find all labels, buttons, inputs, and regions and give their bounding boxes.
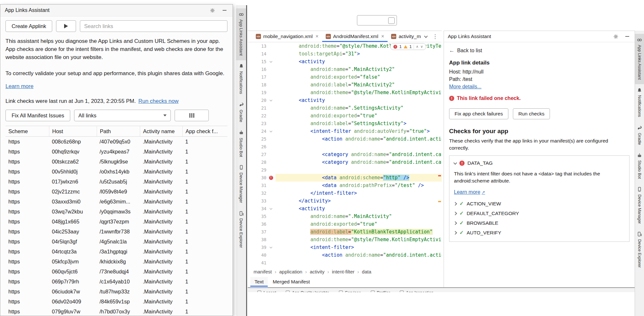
close-tab-icon[interactable]: × (381, 34, 384, 39)
table-row[interactable]: https008c6z68np/407e09q5x0.MainActivity1 (5, 137, 227, 147)
check-learn-more-link[interactable]: Learn more ↗ (454, 189, 485, 195)
table-row[interactable]: https02jv21zzmc/l059v8t4e9.MainActivity1 (5, 187, 227, 197)
column-header-activity-name[interactable]: Activity name (140, 126, 182, 136)
table-row[interactable]: https048jg1x665/qgrt37ezpm.MainActivity1 (5, 217, 227, 227)
tool-button-logcat[interactable]: Logcat (257, 288, 276, 292)
fold-icon[interactable] (270, 60, 272, 62)
editor-tab-activity-m[interactable]: </>activity_m (388, 31, 424, 42)
fold-icon[interactable] (270, 129, 272, 132)
column-header-path[interactable]: Path (97, 126, 140, 136)
gear-icon[interactable] (209, 7, 216, 14)
code-line-25[interactable]: 25 <action android:name="android.intent.… (248, 135, 442, 143)
table-row[interactable]: https06ciudok7w/tu87hwp33z.MainActivity1 (5, 287, 227, 297)
code-line-38[interactable]: 38 android:theme="@style/Theme.KotlinEmp… (248, 236, 442, 243)
learn-more-link[interactable]: Learn more (5, 83, 34, 89)
gutter-error-icon[interactable]: ! (269, 176, 273, 180)
table-row[interactable]: https017jwlxzn6/u5t2usab5j.MainActivity1 (5, 177, 227, 187)
table-row[interactable]: https00tskcza62/5lknugk9se.MainActivity1 (5, 157, 227, 167)
check-item-action-view[interactable]: ✓ACTION_VIEW (454, 201, 625, 207)
table-row[interactable]: https04rtcqtz3a/3a1hgptqgi.MainActivity1 (5, 247, 227, 257)
code-line-14[interactable]: 14 tools:targetApi="31"> (248, 50, 442, 58)
code-line-22[interactable]: 22 android:exported="true" (248, 112, 442, 120)
tool-window-tab-gradle[interactable]: Gradle (635, 122, 644, 150)
column-settings-button[interactable] (175, 110, 209, 121)
code-line-17[interactable]: 17 android:exported="false" (248, 73, 442, 81)
table-row[interactable]: https04ic253aay/1wwnfbr738.MainActivity1 (5, 227, 227, 237)
gear-icon[interactable] (612, 33, 619, 40)
code-line-37[interactable]: 37 android:label="KotlinBlankTestApplica… (248, 228, 442, 236)
table-row[interactable]: https06dv02o409/84k659v1sp.MainActivity1 (5, 297, 227, 307)
tool-window-tab-notifications[interactable]: Notifications (635, 84, 644, 122)
tool-button-profiler[interactable]: Profiler (371, 288, 390, 292)
code-line-21[interactable]: 21 android:name=".SettingsActivity" (248, 104, 442, 112)
breadcrumb-intent-filter[interactable]: intent-filter (332, 269, 354, 274)
tool-window-tab-device-explorer[interactable]: Device Explorer (236, 207, 246, 252)
fix-all-manifest-issues-button[interactable]: Fix All Manifest Issues (5, 110, 70, 121)
links-filter-dropdown[interactable]: All links (74, 110, 171, 121)
code-line-41[interactable]: 41 (248, 259, 442, 267)
check-item-auto-verify[interactable]: ✓AUTO_VERIFY (454, 230, 625, 236)
search-links-input[interactable] (80, 20, 227, 32)
code-line-33[interactable]: 33 </activity> (248, 197, 442, 205)
table-row[interactable]: https00v5hhld0j/o0xhs14ykb.MainActivity1 (5, 167, 227, 177)
breadcrumb-activity[interactable]: activity (310, 269, 324, 274)
next-issue-icon[interactable]: ∨ (420, 44, 423, 49)
fold-icon[interactable] (270, 245, 272, 248)
tool-window-tab-device-explorer[interactable]: Device Explorer (635, 228, 644, 272)
column-header-app-check-f-[interactable]: App check f... (182, 126, 227, 136)
fold-icon[interactable] (270, 207, 272, 209)
panel-title-bar[interactable]: App Links Assistant (0, 5, 233, 16)
inspection-widget[interactable]: ! 1 1 ∧ ∨ (390, 43, 426, 50)
table-row[interactable]: https03axxd3mi0/e6g63mim....MainActivity… (5, 197, 227, 207)
table-row[interactable]: https00hq9zrkqv/yzu4kpeas7.MainActivity1 (5, 147, 227, 157)
hidden-tabs-chevron-icon[interactable] (424, 34, 428, 38)
code-line-40[interactable]: 40 <action android:name="android.intent.… (248, 251, 442, 259)
code-line-19[interactable]: 19 android:theme="@style/Theme.KotlinEmp… (248, 89, 442, 96)
breadcrumb-manifest[interactable]: manifest (254, 269, 272, 274)
code-editor[interactable]: 13 android:theme="@style/Theme.KotlinEmp… (248, 42, 442, 267)
breadcrumb-application[interactable]: application (279, 269, 303, 274)
more-details-link[interactable]: More details... (449, 84, 481, 90)
editor-tab-androidmanifest-xml[interactable]: </>AndroidManifest.xml× (322, 31, 388, 42)
create-applink-button[interactable]: Create Applink (5, 20, 52, 32)
tool-window-tab-gradle[interactable]: Gradle (236, 99, 246, 127)
code-line-26[interactable]: 26 (248, 143, 442, 151)
code-line-34[interactable]: 34 <activity (248, 205, 442, 212)
run-checks-now-link[interactable]: Run checks now (138, 98, 178, 104)
bottom-tab-text[interactable]: Text (250, 277, 268, 287)
minimize-icon[interactable] (624, 33, 631, 40)
code-line-15[interactable]: 15 <activity (248, 58, 442, 65)
code-line-24[interactable]: 24 <intent-filter android:autoVerify="tr… (248, 127, 442, 135)
tool-button-app-inspection[interactable]: App Inspection (400, 288, 434, 292)
column-header-host[interactable]: Host (49, 126, 97, 136)
code-line-27[interactable]: 27 <category android:name="android.inten… (248, 151, 442, 158)
column-header-scheme[interactable]: Scheme (5, 126, 49, 136)
tab-options-kebab-icon[interactable]: ⋮ (432, 33, 438, 40)
tool-window-tab-device-manager[interactable]: Device Manager (635, 183, 644, 228)
table-row[interactable]: https069p7r79rh/c1x64yab10.MainActivity1 (5, 277, 227, 287)
code-line-16[interactable]: 16 android:name=".MainActivity2" (248, 65, 442, 73)
code-line-20[interactable]: 20 <activity (248, 96, 442, 104)
previous-issue-icon[interactable]: ∧ (416, 44, 418, 49)
run-checks-button[interactable]: Run checks (513, 108, 550, 119)
tool-window-tab-studio-bot[interactable]: Studio Bot (236, 127, 246, 162)
breadcrumb-data[interactable]: data (362, 269, 371, 274)
code-line-23[interactable]: 23 android:label="SettingsActivity"> (248, 120, 442, 127)
run-link-checks-button[interactable] (56, 20, 76, 32)
table-row[interactable]: https060qv5jct6/73ne8udqj4.MainActivity1 (5, 267, 227, 277)
tool-button-services[interactable]: Services (339, 288, 361, 292)
code-line-30[interactable]: 30! <data android:scheme="http" /> (248, 174, 442, 182)
close-tab-icon[interactable]: × (315, 34, 318, 39)
editor-tab-mobile-navigation-xml[interactable]: </>mobile_navigation.xml× (252, 31, 322, 42)
code-line-39[interactable]: 39 <intent-filter> (248, 243, 442, 251)
back-to-list-link[interactable]: ← Back to list (449, 47, 630, 54)
code-line-36[interactable]: 36 android:exported="true" (248, 220, 442, 228)
tool-button-app-quality-insights[interactable]: App Quality Insights (286, 288, 329, 292)
check-item-default-category[interactable]: ✓DEFAULT_CATEGORY (454, 210, 625, 216)
table-row[interactable]: https05kfcp3jvm/khidckix8g.MainActivity1 (5, 257, 227, 267)
tool-window-tab-device-manager[interactable]: Device Manager (236, 162, 246, 208)
check-item-browsable[interactable]: ✓BROWSABLE (454, 220, 625, 226)
tool-window-tab-app-links-assistant[interactable]: App Links Assistant (236, 8, 246, 60)
code-line-29[interactable]: 29 (248, 166, 442, 174)
code-line-35[interactable]: 35 android:name=".MainActivity" (248, 212, 442, 220)
